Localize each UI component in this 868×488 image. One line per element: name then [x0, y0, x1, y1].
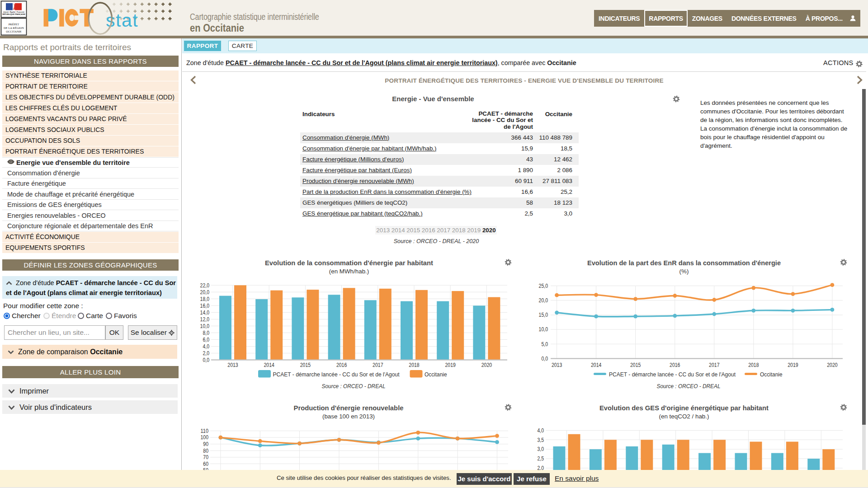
svg-text:6,0: 6,0 [203, 337, 209, 343]
svg-text:25,0: 25,0 [539, 283, 548, 289]
svg-text:2018: 2018 [409, 362, 419, 368]
svg-text:DE LA RÉGION: DE LA RÉGION [4, 26, 24, 29]
svg-text:2017: 2017 [373, 362, 383, 368]
svg-text:12,0: 12,0 [200, 316, 209, 323]
svg-text:110: 110 [201, 428, 209, 434]
svg-text:2019: 2019 [445, 362, 456, 368]
svg-text:18,0: 18,0 [200, 296, 209, 302]
svg-text:2015: 2015 [630, 362, 641, 368]
svg-text:2013: 2013 [227, 362, 238, 368]
svg-text:2,5: 2,5 [537, 455, 544, 462]
svg-text:2015: 2015 [300, 362, 311, 368]
svg-text:2017: 2017 [709, 362, 719, 368]
svg-text:2016: 2016 [336, 362, 347, 368]
svg-text:15,0: 15,0 [539, 312, 548, 318]
svg-text:2013: 2013 [552, 362, 562, 368]
svg-text:16,0: 16,0 [200, 303, 209, 309]
svg-text:2,0: 2,0 [203, 350, 209, 357]
svg-text:5,0: 5,0 [541, 341, 548, 347]
svg-text:3,5: 3,5 [537, 437, 544, 443]
svg-text:(base 100 en 2013): (base 100 en 2013) [322, 413, 375, 420]
svg-text:10,0: 10,0 [539, 326, 548, 333]
svg-text:2018: 2018 [748, 362, 759, 368]
svg-text:2014: 2014 [591, 362, 601, 368]
svg-text:2020: 2020 [481, 362, 492, 368]
svg-text:60: 60 [203, 461, 208, 467]
svg-text:(en MWh/hab.): (en MWh/hab.) [329, 268, 369, 275]
svg-text:100: 100 [201, 434, 209, 441]
svg-text:PRÉFET: PRÉFET [9, 23, 19, 26]
svg-text:8,0: 8,0 [203, 330, 209, 336]
svg-text:Evolution de la consommation d: Evolution de la consommation d'énergie p… [265, 259, 433, 267]
svg-text:70: 70 [203, 454, 208, 460]
svg-text:3,0: 3,0 [537, 446, 544, 452]
svg-text:2016: 2016 [670, 362, 680, 368]
svg-text:2019: 2019 [788, 362, 798, 368]
svg-text:Source : ORCEO - DREAL: Source : ORCEO - DREAL [322, 383, 386, 389]
svg-text:2020: 2020 [827, 362, 837, 368]
svg-text:(%): (%) [679, 268, 689, 275]
svg-text:90: 90 [203, 441, 208, 447]
svg-text:Occitanie: Occitanie [425, 371, 447, 378]
svg-text:PCAET - démarche lancée - CC d: PCAET - démarche lancée - CC du Sor et d… [273, 371, 400, 378]
svg-text:Liberté • Égalité • Fraternité: Liberté • Égalité • Fraternité [3, 11, 24, 13]
svg-text:Production d'énergie renouvela: Production d'énergie renouvelable [294, 404, 404, 412]
svg-text:10,0: 10,0 [200, 323, 209, 329]
svg-text:Occitanie: Occitanie [760, 371, 783, 378]
svg-text:20,0: 20,0 [200, 289, 209, 296]
svg-text:14,0: 14,0 [200, 310, 209, 316]
svg-text:Source : ORCEO - DREAL: Source : ORCEO - DREAL [657, 383, 721, 389]
svg-text:80: 80 [203, 448, 208, 454]
svg-text:2,0: 2,0 [537, 465, 544, 470]
svg-text:0,0: 0,0 [203, 357, 209, 363]
svg-text:Evolution de la part des EnR d: Evolution de la part des EnR dans la con… [587, 259, 781, 267]
svg-text:4,0: 4,0 [537, 427, 544, 434]
svg-text:0,0: 0,0 [541, 356, 548, 362]
svg-text:4,0: 4,0 [203, 343, 209, 350]
svg-text:20,0: 20,0 [539, 297, 548, 304]
svg-text:2014: 2014 [264, 362, 274, 368]
svg-text:Evolution des GES d'origine én: Evolution des GES d'origine énergétique … [599, 404, 769, 412]
svg-text:RÉPUBLIQUE FRANÇAISE: RÉPUBLIQUE FRANÇAISE [2, 13, 25, 15]
svg-text:OCCITANIE: OCCITANIE [6, 30, 22, 33]
svg-text:PCAET - démarche lancée - CC d: PCAET - démarche lancée - CC du Sor et d… [609, 371, 736, 378]
svg-text:22,0: 22,0 [200, 282, 209, 289]
svg-text:(en teqCO2 / hab.): (en teqCO2 / hab.) [659, 413, 709, 420]
